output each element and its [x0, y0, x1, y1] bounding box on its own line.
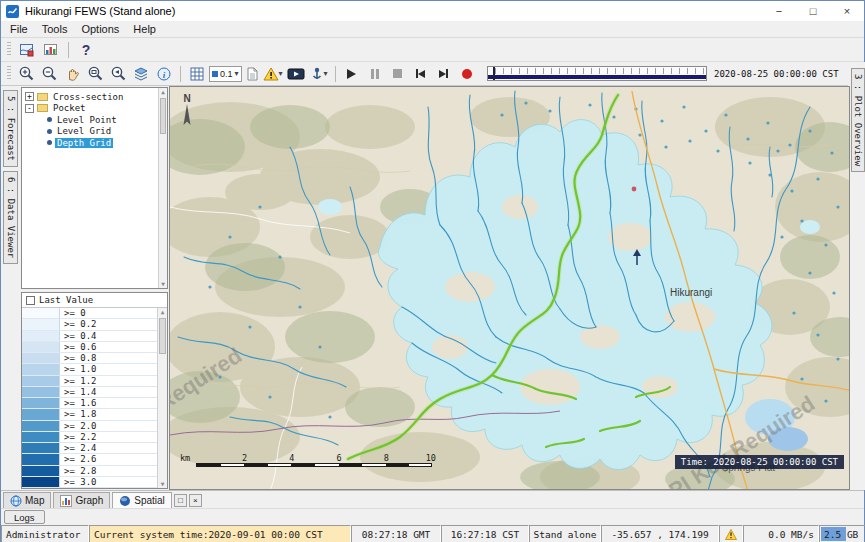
forecast-button[interactable]	[40, 40, 62, 60]
stop-button[interactable]	[387, 64, 409, 84]
pan-button[interactable]	[61, 64, 83, 84]
tree-item[interactable]: + Cross-section	[22, 91, 157, 103]
layers-tree: ▲ ▼ + Cross-section - Pocket	[21, 87, 168, 289]
tab-forecast[interactable]: 5 : Forecast	[3, 90, 18, 167]
close-button[interactable]: ×	[830, 1, 864, 21]
layers-button[interactable]	[130, 64, 152, 84]
zoom-in-icon	[18, 65, 35, 82]
database-icon	[19, 42, 35, 58]
memory-value: 2.5 GB	[824, 529, 858, 540]
tree-item[interactable]: - Pocket	[22, 103, 157, 115]
toolbar-grip[interactable]	[7, 66, 11, 81]
tree-item[interactable]: Depth Grid	[22, 137, 157, 149]
legend-label: >= 1.4	[60, 387, 97, 397]
legend-row: >= 0.8	[22, 353, 157, 364]
record-button[interactable]	[456, 64, 478, 84]
tab-spatial[interactable]: Spatial	[112, 492, 172, 508]
grid-display-button[interactable]	[186, 64, 208, 84]
legend-color-swatch	[22, 432, 60, 442]
last-value-checkbox[interactable]	[26, 296, 35, 305]
legend-color-swatch	[22, 421, 60, 431]
pause-button[interactable]	[364, 64, 386, 84]
legend-scrollbar[interactable]: ▲ ▼	[157, 308, 167, 488]
help-button[interactable]: ?	[75, 40, 97, 60]
maximize-button[interactable]: □	[796, 1, 830, 21]
toolbar-grip[interactable]	[7, 42, 11, 57]
profile-tool-button[interactable]: ▾	[308, 64, 330, 84]
legend-row: >= 1.4	[22, 387, 157, 398]
legend-color-swatch	[22, 477, 60, 487]
menu-item[interactable]: File	[3, 22, 35, 36]
tree-toggle-icon[interactable]: -	[25, 104, 34, 113]
thresholds-button[interactable]: ▾	[262, 64, 284, 84]
tree-item[interactable]: Level Grid	[22, 126, 157, 138]
status-local-time: 16:27:18 CST	[441, 525, 529, 542]
menu-item[interactable]: Options	[74, 22, 126, 36]
status-system-time: Current system time:2020-09-01 00:00 CST	[89, 525, 351, 542]
legend-row: >= 0	[22, 308, 157, 319]
info-button[interactable]: i	[153, 64, 175, 84]
map-toolbar: i 0.1 ▾	[1, 62, 848, 86]
scroll-up-icon[interactable]: ▲	[158, 308, 167, 316]
anchor-tool-icon	[310, 66, 324, 82]
grid-threshold-select[interactable]: 0.1 ▾	[209, 66, 242, 82]
tree-item-label: Depth Grid	[55, 138, 113, 148]
zoom-out-button[interactable]	[38, 64, 60, 84]
play-button[interactable]	[341, 64, 363, 84]
skip-to-end-button[interactable]	[433, 64, 455, 84]
tab-plot-overview[interactable]: 3 : Plot Overview	[851, 68, 865, 172]
menu-item[interactable]: Help	[126, 22, 163, 36]
tree-scrollbar[interactable]: ▲ ▼	[158, 88, 167, 288]
tree-item-label: Level Grid	[55, 126, 113, 136]
logs-button[interactable]: Logs	[4, 510, 45, 524]
legend-label: >= 1.2	[60, 376, 97, 386]
tab-data-viewer[interactable]: 6 : Data Viewer	[3, 171, 18, 264]
timeline-slider[interactable]	[487, 66, 707, 81]
legend-color-swatch	[22, 353, 60, 363]
panel-close-button[interactable]: ×	[189, 494, 202, 507]
scroll-down-icon[interactable]: ▼	[158, 480, 167, 488]
tree-item-label: Cross-section	[51, 92, 125, 102]
timeline-cursor[interactable]	[493, 67, 495, 80]
legend-title: Last Value	[39, 295, 93, 305]
legend-label: >= 3.0	[60, 477, 97, 487]
scrollbar-thumb[interactable]	[159, 318, 166, 354]
scrollbar-thumb[interactable]	[160, 98, 166, 134]
tab-graph[interactable]: Graph	[53, 492, 110, 508]
main-toolbar: ?	[1, 38, 864, 62]
status-warning[interactable]	[719, 525, 743, 542]
legend-color-swatch	[22, 331, 60, 341]
menu-item[interactable]: Tools	[35, 22, 75, 36]
display-play-icon	[287, 66, 305, 82]
legend-row: >= 2.6	[22, 454, 157, 465]
tree-toggle-icon[interactable]: +	[25, 92, 34, 101]
north-arrow: N	[182, 93, 192, 126]
tab-spatial-label: Spatial	[134, 495, 165, 506]
skip-start-icon	[416, 69, 425, 78]
scroll-up-icon[interactable]: ▲	[159, 88, 167, 96]
legend-panel: Last Value >= 0 >= 0.2	[21, 292, 168, 489]
zoom-in-button[interactable]	[15, 64, 37, 84]
map-canvas[interactable]: N API Key Required API Key Required Hiku…	[169, 86, 850, 490]
zoom-region-button[interactable]	[84, 64, 106, 84]
tab-map[interactable]: Map	[3, 492, 51, 508]
scroll-down-icon[interactable]: ▼	[159, 280, 167, 288]
tree-item[interactable]: Level Point	[22, 114, 157, 126]
status-gmt-time: 08:27:18 GMT	[351, 525, 441, 542]
grid-threshold-color-chip	[212, 71, 218, 77]
scalebar-ticks: 246810	[196, 453, 432, 463]
animation-display-button[interactable]	[285, 64, 307, 84]
pan-hand-icon	[64, 66, 80, 82]
globe-icon	[10, 495, 22, 507]
sphere-icon	[119, 495, 131, 507]
app-logo-icon	[6, 5, 19, 18]
legend-row: >= 3.0	[22, 477, 157, 488]
minimize-button[interactable]: −	[762, 1, 796, 21]
skip-to-start-button[interactable]	[410, 64, 432, 84]
legend-color-swatch	[22, 398, 60, 408]
report-button[interactable]	[243, 64, 261, 84]
zoom-previous-button[interactable]	[107, 64, 129, 84]
database-button[interactable]	[16, 40, 38, 60]
legend-row: >= 2.4	[22, 443, 157, 454]
panel-restore-button[interactable]: □	[174, 494, 187, 507]
